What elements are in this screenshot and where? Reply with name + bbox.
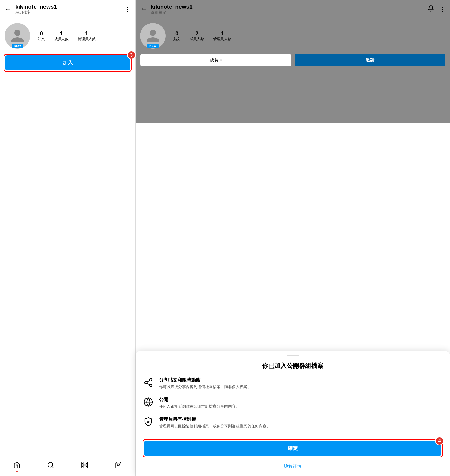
left-posts-label: 貼文 <box>38 37 45 41</box>
left-username: kikinote_news1 <box>15 4 125 10</box>
svg-line-1 <box>52 466 53 468</box>
right-action-buttons: 成員 ▾ 邀請 <box>136 51 450 69</box>
svg-point-0 <box>48 462 53 467</box>
right-subtitle: 群組檔案 <box>151 10 428 15</box>
left-bottom-nav <box>0 456 135 476</box>
right-back-button[interactable]: ← <box>140 5 147 13</box>
left-join-button-wrapper: 加入 3 <box>0 51 135 74</box>
sheet-item-share-text: 分享貼文和限時動態 你可以直接分享內容到這個社團檔案，而非個人檔案。 <box>159 377 443 390</box>
right-header-actions: ⋮ <box>428 5 445 13</box>
confirm-button[interactable]: 確定 <box>144 441 441 456</box>
right-header: ← kikinote_news1 群組檔案 ⋮ <box>136 0 450 18</box>
left-members-label: 成員人數 <box>54 37 69 41</box>
left-header: ← kikinote_news1 群組檔案 ⋮ <box>0 0 135 18</box>
right-stat-posts: 0 貼文 <box>173 30 181 41</box>
right-avatar-wrapper: NEW <box>140 23 166 49</box>
left-stats-group: 0 貼文 1 成員人數 1 管理員人數 <box>38 30 96 41</box>
left-shop-icon <box>115 461 122 470</box>
right-stats-group: 0 貼文 2 成員人數 1 管理員人數 <box>173 30 231 41</box>
left-more-icon[interactable]: ⋮ <box>125 6 131 13</box>
right-posts-label: 貼文 <box>173 37 181 41</box>
left-join-button-border: 加入 <box>4 54 132 72</box>
right-step-badge: 4 <box>435 437 444 445</box>
confirm-button-wrapper: 確定 4 <box>143 436 443 459</box>
share-icon <box>143 377 154 388</box>
learn-more-link[interactable]: 瞭解詳情 <box>143 463 443 469</box>
right-admins-label: 管理員人數 <box>213 37 231 41</box>
sheet-title: 你已加入公開群組檔案 <box>143 362 443 370</box>
left-join-button[interactable]: 加入 <box>5 55 130 70</box>
svg-point-13 <box>150 384 152 387</box>
left-avatar-wrapper: NEW <box>5 23 30 49</box>
left-nav-reels[interactable] <box>81 461 88 470</box>
left-admins-count: 1 <box>85 30 88 37</box>
left-header-actions: ⋮ <box>125 6 131 13</box>
left-step-badge: 3 <box>127 51 136 59</box>
right-member-label: 成員 <box>210 57 219 63</box>
sheet-item-public: 公開 任何人都能看到你在公開群組檔案分享的內容。 <box>143 396 443 409</box>
right-header-title-group: kikinote_news1 群組檔案 <box>151 4 428 15</box>
svg-point-12 <box>145 381 147 384</box>
sheet-item-share-title: 分享貼文和限時動態 <box>159 377 443 383</box>
sheet-item-share: 分享貼文和限時動態 你可以直接分享內容到這個社團檔案，而非個人檔案。 <box>143 377 443 390</box>
sheet-item-public-title: 公開 <box>159 396 443 403</box>
left-reels-icon <box>81 461 88 470</box>
right-new-badge: NEW <box>147 44 159 48</box>
globe-icon <box>143 396 154 408</box>
svg-line-14 <box>147 383 150 385</box>
sheet-item-admin: 管理員擁有控制權 管理員可以刪除這個群組檔案，或你分享到群組檔案的任何內容。 <box>143 416 443 429</box>
sheet-item-admin-desc: 管理員可以刪除這個群組檔案，或你分享到群組檔案的任何內容。 <box>159 423 443 429</box>
right-panel: ← kikinote_news1 群組檔案 ⋮ <box>136 0 450 476</box>
right-posts-count: 0 <box>175 30 178 37</box>
right-member-button[interactable]: 成員 ▾ <box>140 54 291 66</box>
svg-point-11 <box>150 378 152 381</box>
left-header-title-group: kikinote_news1 群組檔案 <box>15 4 125 15</box>
right-more-icon[interactable]: ⋮ <box>439 6 445 13</box>
left-nav-search[interactable] <box>47 461 54 470</box>
right-members-count: 2 <box>195 30 198 37</box>
left-subtitle: 群組檔案 <box>15 10 125 15</box>
right-gray-overlay: ← kikinote_news1 群組檔案 ⋮ <box>136 0 450 123</box>
right-bottom-sheet: 你已加入公開群組檔案 分享貼文和限時動態 你可以直接分享內容到這個社團檔案，而非… <box>136 351 450 476</box>
left-panel: ← kikinote_news1 群組檔案 ⋮ NEW 0 貼文 1 <box>0 0 136 476</box>
left-posts-count: 0 <box>40 30 43 37</box>
left-search-icon <box>47 461 54 470</box>
right-members-label: 成員人數 <box>190 37 204 41</box>
left-nav-home[interactable] <box>13 461 20 470</box>
left-new-badge: NEW <box>12 44 23 48</box>
sheet-item-admin-text: 管理員擁有控制權 管理員可以刪除這個群組檔案，或你分享到群組檔案的任何內容。 <box>159 416 443 429</box>
left-stat-admins: 1 管理員人數 <box>78 30 96 41</box>
right-stat-members: 2 成員人數 <box>190 30 204 41</box>
sheet-item-public-desc: 任何人都能看到你在公開群組檔案分享的內容。 <box>159 404 443 409</box>
left-back-button[interactable]: ← <box>5 5 12 13</box>
shield-icon <box>143 416 154 427</box>
left-home-icon <box>13 461 20 470</box>
left-admins-label: 管理員人數 <box>78 37 96 41</box>
sheet-item-public-text: 公開 任何人都能看到你在公開群組檔案分享的內容。 <box>159 396 443 409</box>
right-bell-icon[interactable] <box>428 5 434 13</box>
left-home-dot <box>16 471 18 472</box>
right-admins-count: 1 <box>221 30 224 37</box>
confirm-button-border: 確定 <box>143 439 443 457</box>
left-stat-members: 1 成員人數 <box>54 30 69 41</box>
left-stat-posts: 0 貼文 <box>38 30 45 41</box>
right-member-chevron: ▾ <box>220 58 222 62</box>
svg-line-15 <box>147 380 150 382</box>
left-nav-shop[interactable] <box>115 461 122 470</box>
left-profile-section: NEW 0 貼文 1 成員人數 1 管理員人數 <box>0 18 135 51</box>
right-invite-button[interactable]: 邀請 <box>295 54 445 66</box>
sheet-handle <box>287 355 299 356</box>
left-members-count: 1 <box>60 30 63 37</box>
sheet-item-admin-title: 管理員擁有控制權 <box>159 416 443 422</box>
right-profile-section: NEW 0 貼文 2 成員人數 1 管理員人數 <box>136 18 450 51</box>
right-username: kikinote_news1 <box>151 4 428 10</box>
right-stat-admins: 1 管理員人數 <box>213 30 231 41</box>
sheet-item-share-desc: 你可以直接分享內容到這個社團檔案，而非個人檔案。 <box>159 384 443 390</box>
